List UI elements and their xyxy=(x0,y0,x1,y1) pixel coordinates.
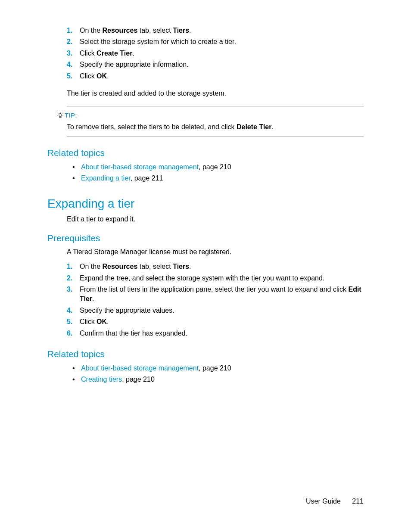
step-text: On the Resources tab, select Tiers. xyxy=(80,262,364,271)
step-text: On the Resources tab, select Tiers. xyxy=(80,26,364,35)
tip-text: To remove tiers, select the tiers to be … xyxy=(67,122,364,132)
step-number: 3. xyxy=(67,49,80,58)
svg-line-2 xyxy=(58,113,58,113)
divider xyxy=(67,106,364,106)
link-creating-tiers[interactable]: Creating tiers xyxy=(81,376,122,383)
page: 1. On the Resources tab, select Tiers. 2… xyxy=(0,0,411,532)
step-1: 1. On the Resources tab, select Tiers. xyxy=(67,26,364,35)
steps-create-tier: 1. On the Resources tab, select Tiers. 2… xyxy=(47,26,364,81)
tip-label: TIP: xyxy=(65,111,77,120)
link-about-tier-based-storage[interactable]: About tier-based storage management xyxy=(81,364,199,372)
tip-header: TIP: xyxy=(56,111,364,120)
step-number: 2. xyxy=(67,37,80,47)
section-heading-expanding-tier: Expanding a tier xyxy=(47,195,364,212)
result-paragraph: The tier is created and added to the sto… xyxy=(67,89,364,98)
svg-rect-6 xyxy=(59,117,61,118)
step-1: 1. On the Resources tab, select Tiers. xyxy=(67,262,364,271)
step-text: Specify the appropriate values. xyxy=(80,306,364,315)
step-text: Expand the tree, and select the storage … xyxy=(80,274,364,283)
step-text: Confirm that the tier has expanded. xyxy=(80,329,364,338)
step-number: 4. xyxy=(67,60,80,69)
related-topic-item: Creating tiers, page 210 xyxy=(72,375,364,384)
step-text: Click OK. xyxy=(80,72,364,81)
step-3: 3. From the list of tiers in the applica… xyxy=(67,285,364,304)
footer-title: User Guide xyxy=(306,498,341,505)
step-number: 5. xyxy=(67,317,80,327)
divider xyxy=(67,137,364,137)
related-topic-item: Expanding a tier, page 211 xyxy=(72,174,364,183)
svg-point-0 xyxy=(59,113,62,116)
step-2: 2. Expand the tree, and select the stora… xyxy=(67,274,364,283)
step-3: 3. Click Create Tier. xyxy=(67,49,364,58)
page-footer: User Guide 211 xyxy=(306,497,364,506)
step-number: 1. xyxy=(67,26,80,35)
related-topics-list: About tier-based storage management, pag… xyxy=(47,364,364,384)
step-5: 5. Click OK. xyxy=(67,72,364,81)
related-topics-list: About tier-based storage management, pag… xyxy=(47,162,364,183)
step-text: From the list of tiers in the applicatio… xyxy=(80,285,364,304)
step-number: 1. xyxy=(67,262,80,271)
related-topic-item: About tier-based storage management, pag… xyxy=(72,364,364,373)
step-4: 4. Specify the appropriate information. xyxy=(67,60,364,69)
svg-line-3 xyxy=(62,113,63,113)
section-intro: Edit a tier to expand it. xyxy=(67,215,364,224)
related-topic-item: About tier-based storage management, pag… xyxy=(72,162,364,172)
step-number: 6. xyxy=(67,329,80,338)
related-topics-heading: Related topics xyxy=(47,348,364,360)
page-number: 211 xyxy=(352,498,364,505)
step-number: 2. xyxy=(67,274,80,283)
related-topics-heading: Related topics xyxy=(47,146,364,159)
step-6: 6. Confirm that the tier has expanded. xyxy=(67,329,364,338)
step-text: Click OK. xyxy=(80,317,364,327)
step-number: 4. xyxy=(67,306,80,315)
step-2: 2. Select the storage system for which t… xyxy=(67,37,364,47)
step-5: 5. Click OK. xyxy=(67,317,364,327)
step-text: Select the storage system for which to c… xyxy=(80,37,364,47)
steps-expand-tier: 1. On the Resources tab, select Tiers. 2… xyxy=(47,262,364,338)
step-4: 4. Specify the appropriate values. xyxy=(67,306,364,315)
step-number: 3. xyxy=(67,285,80,304)
prerequisites-text: A Tiered Storage Manager license must be… xyxy=(67,247,364,257)
link-expanding-a-tier[interactable]: Expanding a tier xyxy=(81,174,131,182)
prerequisites-heading: Prerequisites xyxy=(47,232,364,244)
lightbulb-icon xyxy=(56,112,65,119)
tip-block: TIP: To remove tiers, select the tiers t… xyxy=(56,111,364,132)
step-text: Click Create Tier. xyxy=(80,49,364,58)
step-text: Specify the appropriate information. xyxy=(80,60,364,69)
link-about-tier-based-storage[interactable]: About tier-based storage management xyxy=(81,163,199,171)
step-number: 5. xyxy=(67,72,80,81)
